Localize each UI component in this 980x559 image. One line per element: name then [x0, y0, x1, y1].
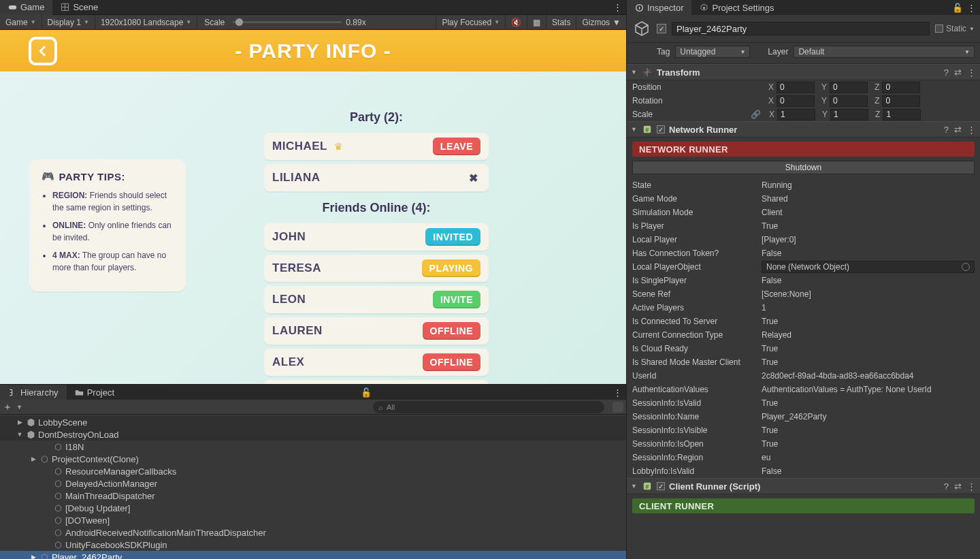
constrain-proportions-icon[interactable]: 🔗 — [751, 110, 761, 119]
preset-icon[interactable]: ⇄ — [954, 481, 962, 492]
game-target-dropdown[interactable]: Game▼ — [0, 15, 42, 30]
disclosure-icon[interactable]: ▶ — [30, 456, 37, 462]
scale-slider[interactable] — [233, 21, 342, 23]
hierarchy-row[interactable]: [DOTween] — [0, 514, 626, 526]
tab-game[interactable]: Game — [0, 0, 52, 15]
preset-icon[interactable]: ⇄ — [954, 67, 962, 78]
transform-header[interactable]: ▼ Transform ? ⇄ ⋮ — [627, 64, 980, 80]
hierarchy-search[interactable]: ⌕ All — [373, 401, 604, 413]
property-value: False — [762, 276, 975, 285]
client-runner-enabled-checkbox[interactable]: ✓ — [657, 482, 665, 490]
hierarchy-row[interactable]: [Debug Updater] — [0, 502, 626, 514]
inspector-lock-icon[interactable]: 🔓 — [952, 3, 963, 13]
mute-audio-button[interactable]: 🔇 — [505, 15, 527, 30]
property-value: True — [762, 221, 975, 231]
grid-small-icon: ▦ — [533, 18, 540, 27]
hierarchy-row[interactable]: UnityFacebookSDKPlugin — [0, 539, 626, 551]
play-mode-dropdown[interactable]: Play Focused▼ — [436, 15, 505, 30]
tab-hierarchy[interactable]: Hierarchy — [0, 385, 67, 400]
x-field[interactable]: 0 — [777, 82, 815, 93]
hierarchy-filter-button[interactable] — [612, 402, 623, 413]
z-field[interactable]: 0 — [882, 95, 920, 107]
tab-inspector[interactable]: Inspector — [627, 0, 691, 15]
inspector-panel: Inspector Project Settings 🔓 ⋮ ✓ Player_… — [626, 0, 980, 559]
property-value: 2c8d0ecf-89ad-4bda-ad83-ea66acc6bda4 — [762, 371, 975, 381]
hierarchy-row[interactable]: ▼DontDestroyOnLoad — [0, 428, 626, 441]
help-icon[interactable]: ? — [944, 125, 949, 135]
inspector-property-row: Active Players1 — [627, 301, 980, 315]
network-runner-header[interactable]: ▼ # ✓ Network Runner ? ⇄ ⋮ — [627, 121, 980, 138]
static-dropdown[interactable]: Static▼ — [935, 24, 975, 33]
component-menu-icon[interactable]: ⋮ — [967, 125, 976, 135]
x-field[interactable]: 0 — [777, 95, 815, 107]
preset-icon[interactable]: ⇄ — [954, 125, 962, 135]
disclosure-icon[interactable]: ▶ — [16, 419, 23, 426]
network-runner-enabled-checkbox[interactable]: ✓ — [657, 125, 665, 133]
create-dropdown-icon[interactable]: ▼ — [16, 404, 22, 411]
create-button[interactable]: ＋ — [3, 401, 12, 413]
friend-status-invite[interactable]: INVITE — [433, 291, 480, 308]
disclosure-icon[interactable]: ▶ — [30, 554, 37, 559]
y-field[interactable]: 1 — [830, 109, 868, 121]
gameobject-icon[interactable] — [632, 19, 651, 38]
game-tabstrip: Game Scene ⋮ — [0, 0, 626, 15]
gameobject-name-field[interactable]: Player_2462Party — [672, 22, 930, 35]
gameobject-icon — [53, 515, 63, 525]
component-menu-icon[interactable]: ⋮ — [967, 67, 976, 78]
disclosure-icon[interactable]: ▼ — [16, 431, 23, 438]
gizmos-dropdown[interactable]: Gizmos▼ — [576, 15, 626, 30]
tab-project[interactable]: Project — [67, 385, 122, 400]
hierarchy-row[interactable]: MainThreadDispatcher — [0, 490, 626, 502]
hierarchy-row[interactable]: DelayedActionManager — [0, 477, 626, 490]
hierarchy-row[interactable]: ▶ProjectContext(Clone) — [0, 453, 626, 465]
tab-scene[interactable]: Scene — [52, 0, 106, 15]
z-field[interactable]: 0 — [882, 82, 920, 93]
gameobject-active-checkbox[interactable]: ✓ — [657, 24, 666, 33]
fold-icon: ▼ — [631, 483, 638, 490]
hierarchy-row[interactable]: ResourceManagerCallbacks — [0, 465, 626, 477]
inspector-property-row: SessionInfo:Regioneu — [627, 451, 980, 464]
y-field[interactable]: 0 — [830, 82, 868, 93]
property-label: Is Cloud Ready — [632, 344, 756, 353]
svg-text:#: # — [646, 483, 649, 490]
z-field[interactable]: 1 — [883, 109, 921, 121]
frame-debugger-button[interactable]: ▦ — [527, 15, 546, 30]
tabstrip-menu-icon[interactable]: ⋮ — [609, 2, 626, 12]
component-menu-icon[interactable]: ⋮ — [967, 481, 976, 492]
x-field[interactable]: 1 — [777, 109, 815, 121]
help-icon[interactable]: ? — [944, 67, 949, 78]
layer-dropdown[interactable]: Default▼ — [794, 46, 975, 58]
grid-icon — [61, 3, 69, 12]
remove-member-button[interactable]: ✖ — [466, 172, 480, 185]
tag-dropdown[interactable]: Untagged▼ — [675, 46, 750, 58]
property-label: Active Players — [632, 303, 756, 313]
property-label: Local PlayerObject — [632, 262, 756, 272]
static-checkbox[interactable] — [935, 25, 943, 33]
y-field[interactable]: 0 — [830, 95, 868, 107]
hierarchy-row[interactable]: ▶LobbyScene — [0, 416, 626, 428]
help-icon[interactable]: ? — [944, 481, 949, 492]
object-picker-icon[interactable] — [962, 263, 970, 271]
shutdown-button[interactable]: Shutdown — [632, 161, 975, 174]
display-dropdown[interactable]: Display 1▼ — [42, 15, 95, 30]
client-runner-header[interactable]: ▼ # ✓ Client Runner (Script) ? ⇄ ⋮ — [627, 478, 980, 494]
hierarchy-row-label: Player_2462Party — [52, 552, 122, 560]
hierarchy-lock-icon[interactable]: 🔓 — [357, 387, 376, 398]
fold-icon: ▼ — [631, 126, 638, 133]
hierarchy-row[interactable]: I18N — [0, 441, 626, 453]
hierarchy-row[interactable]: ▶Player_2462Party — [0, 551, 626, 559]
leave-button[interactable]: LEAVE — [433, 138, 480, 155]
tab-project-settings[interactable]: Project Settings — [691, 0, 782, 15]
hierarchy-row[interactable]: AndroidReceivedNotificationMainThreadDis… — [0, 526, 626, 539]
hierarchy-menu-icon[interactable]: ⋮ — [609, 387, 626, 398]
property-value: eu — [762, 453, 975, 462]
resolution-dropdown[interactable]: 1920x1080 Landscape▼ — [95, 15, 197, 30]
stats-toggle[interactable]: Stats — [546, 15, 576, 30]
back-button[interactable] — [29, 37, 57, 65]
client-runner-badge: CLIENT RUNNER — [632, 498, 975, 513]
inspector-property-row: SessionInfo:IsOpenTrue — [627, 437, 980, 451]
property-value: True — [762, 398, 975, 408]
object-field[interactable]: None (Network Object) — [762, 261, 975, 273]
tab-inspector-label: Inspector — [647, 3, 683, 13]
inspector-menu-icon[interactable]: ⋮ — [967, 3, 976, 13]
